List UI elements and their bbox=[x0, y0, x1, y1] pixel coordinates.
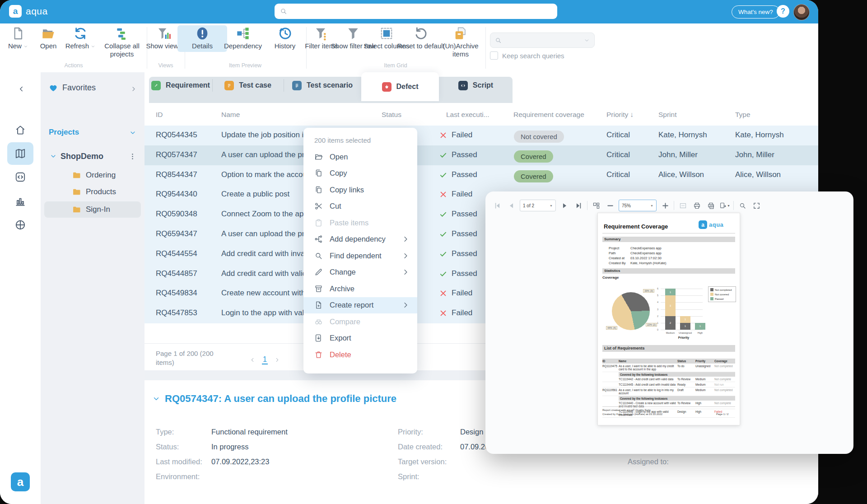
tree-project-row[interactable]: ShopDemo bbox=[41, 148, 144, 164]
ribbon-button-unarchive-items[interactable]: (Un)Archive items bbox=[436, 25, 485, 58]
report-table-row: RQ1119475As a user, I want to be able to… bbox=[602, 364, 735, 372]
home-icon bbox=[14, 124, 26, 136]
context-menu-item-change[interactable]: Change bbox=[303, 264, 417, 281]
export-report-button[interactable]: ▼ bbox=[719, 200, 730, 211]
context-menu-item-copy-links[interactable]: Copy links bbox=[303, 182, 417, 198]
next-page-button[interactable] bbox=[559, 200, 570, 211]
favorites-expand-icon[interactable] bbox=[130, 85, 137, 93]
submenu-arrow-icon bbox=[401, 268, 410, 276]
chart-ytick: 6 bbox=[654, 287, 658, 290]
context-menu-item-open[interactable]: Open bbox=[303, 149, 417, 165]
last-page-button[interactable] bbox=[573, 200, 584, 211]
context-menu-item-add-dependency[interactable]: Add dependency bbox=[303, 231, 417, 248]
fullscreen-button[interactable] bbox=[751, 200, 762, 211]
cell-last-execution: Failed bbox=[452, 308, 472, 317]
first-page-button[interactable] bbox=[492, 200, 503, 211]
tree-folder-sign-in[interactable]: Sign-In bbox=[44, 201, 141, 218]
cell-id: RQ4547853 bbox=[156, 308, 197, 317]
tree-folder-ordering[interactable]: Ordering bbox=[41, 167, 144, 183]
collapse-sidebar-button[interactable] bbox=[17, 85, 25, 93]
global-search-input[interactable] bbox=[275, 4, 557, 19]
zoom-in-button[interactable] bbox=[660, 200, 671, 211]
report-title: Requirement Coverage bbox=[604, 223, 668, 230]
cell-type: Kate, Hornysh bbox=[735, 131, 784, 140]
column-header-name[interactable]: Name bbox=[221, 111, 240, 119]
context-menu-item-create-report[interactable]: Create report bbox=[303, 297, 417, 314]
zoom-level-select[interactable]: 75%▼ bbox=[619, 200, 657, 211]
print-current-page-button[interactable] bbox=[705, 200, 716, 211]
context-menu-item-find-dependent[interactable]: Find dependent bbox=[303, 247, 417, 264]
bar-segment: 1 bbox=[695, 323, 705, 330]
tab-requirement[interactable]: Requirement bbox=[149, 72, 212, 98]
next-page-icon[interactable] bbox=[274, 357, 280, 363]
chart-ytick: 1 bbox=[654, 322, 658, 324]
projects-collapse-icon[interactable] bbox=[129, 129, 136, 136]
search-document-button[interactable] bbox=[737, 200, 748, 211]
detail-title[interactable]: RQ0574347: A user can upload the profile… bbox=[152, 393, 396, 405]
help-button[interactable]: ? bbox=[777, 5, 789, 18]
page-indicator-select[interactable]: 1 of 2▼ bbox=[520, 200, 556, 211]
tab-script[interactable]: Script bbox=[439, 72, 513, 98]
context-menu-item-delete[interactable]: Delete bbox=[303, 346, 417, 363]
column-header-id[interactable]: ID bbox=[156, 111, 163, 119]
context-menu-item-copy[interactable]: Copy bbox=[303, 165, 417, 182]
context-menu-item-paste-items: Paste items bbox=[303, 215, 417, 231]
column-header-priority-[interactable]: Priority ↓ bbox=[606, 111, 634, 119]
report-footer-line2: Created by Kate, Hornysh (HoKate) at 03.… bbox=[602, 413, 662, 415]
cell-last-execution: Failed bbox=[452, 190, 472, 199]
context-menu-item-archive[interactable]: Archive bbox=[303, 280, 417, 297]
page-number[interactable]: 1 bbox=[262, 355, 268, 364]
context-menu-item-label: Find dependent bbox=[330, 252, 382, 260]
grid-search-input[interactable] bbox=[490, 33, 595, 48]
keep-search-queries-option[interactable]: Keep search queries bbox=[490, 51, 564, 60]
tab-test-case[interactable]: Test case bbox=[212, 72, 284, 98]
column-header-last-executi-[interactable]: Last executi... bbox=[446, 111, 489, 119]
context-menu-item-label: Change bbox=[330, 268, 356, 276]
zoom-level-value: 75% bbox=[622, 203, 631, 208]
rail-item-dashboards[interactable] bbox=[7, 214, 33, 236]
kebab-menu-icon[interactable] bbox=[129, 153, 136, 160]
context-menu-item-cut[interactable]: Cut bbox=[303, 198, 417, 215]
column-header-sprint[interactable]: Sprint bbox=[658, 111, 677, 119]
favorites-header[interactable]: Favorites bbox=[49, 83, 96, 93]
previous-page-button[interactable] bbox=[506, 200, 517, 211]
aqua-logo[interactable]: a aqua bbox=[9, 5, 48, 18]
tab-defect[interactable]: Defect bbox=[361, 72, 439, 101]
failed-cross-icon bbox=[439, 131, 447, 139]
collapse-detail-icon[interactable] bbox=[152, 395, 160, 403]
m-find-icon bbox=[314, 252, 323, 260]
context-menu-item-export[interactable]: Export bbox=[303, 330, 417, 347]
report-table-row: RQ1119561As a user, I want to be able to… bbox=[602, 387, 735, 396]
rail-item-reports[interactable] bbox=[7, 190, 33, 212]
zoom-out-button[interactable] bbox=[605, 200, 615, 211]
table-row[interactable]: RQ0544345Update the job position in the … bbox=[144, 126, 818, 145]
table-row[interactable]: RQ0574347A user can upload the profile p… bbox=[144, 145, 818, 165]
user-avatar[interactable] bbox=[793, 4, 810, 20]
rail-item-projects-browser[interactable] bbox=[7, 142, 33, 165]
table-row[interactable]: RQ8544347Option to mark the accountNewPa… bbox=[144, 165, 818, 185]
page-layout-button[interactable] bbox=[591, 200, 601, 211]
rail-item-items[interactable] bbox=[7, 166, 33, 188]
screen: a aqua What's new? ? New OpenRefresh Col… bbox=[0, 0, 867, 504]
column-header-requirement-coverage[interactable]: Requirement coverage bbox=[513, 111, 584, 119]
coverage-badge: Covered bbox=[514, 150, 553, 163]
chevron-down-icon[interactable] bbox=[50, 153, 57, 160]
whats-new-button[interactable]: What's new? bbox=[732, 5, 780, 19]
history-icon bbox=[278, 26, 292, 41]
refresh-icon bbox=[73, 26, 88, 41]
cell-id: RQ6594347 bbox=[156, 229, 197, 238]
projects-section-label[interactable]: Projects bbox=[49, 128, 79, 137]
fit-width-button[interactable] bbox=[677, 200, 688, 211]
tab-test-scenario[interactable]: Test scenario bbox=[284, 72, 361, 98]
report-page[interactable]: Requirement CoverageaaquaSummaryProjectC… bbox=[597, 213, 740, 425]
report-summary-value: 03.10.2022 17:02:30 bbox=[630, 256, 662, 260]
print-button[interactable] bbox=[691, 200, 702, 211]
keep-search-queries-checkbox[interactable] bbox=[490, 51, 498, 60]
tree-folder-products[interactable]: Products bbox=[41, 184, 144, 200]
prev-page-icon[interactable] bbox=[249, 357, 256, 363]
column-header-type[interactable]: Type bbox=[735, 111, 750, 119]
column-header-status[interactable]: Status bbox=[382, 111, 401, 119]
rail-item-home[interactable] bbox=[7, 119, 33, 141]
top-bar: a aqua What's new? ? bbox=[0, 0, 818, 23]
funnel-dots-icon bbox=[314, 26, 329, 41]
